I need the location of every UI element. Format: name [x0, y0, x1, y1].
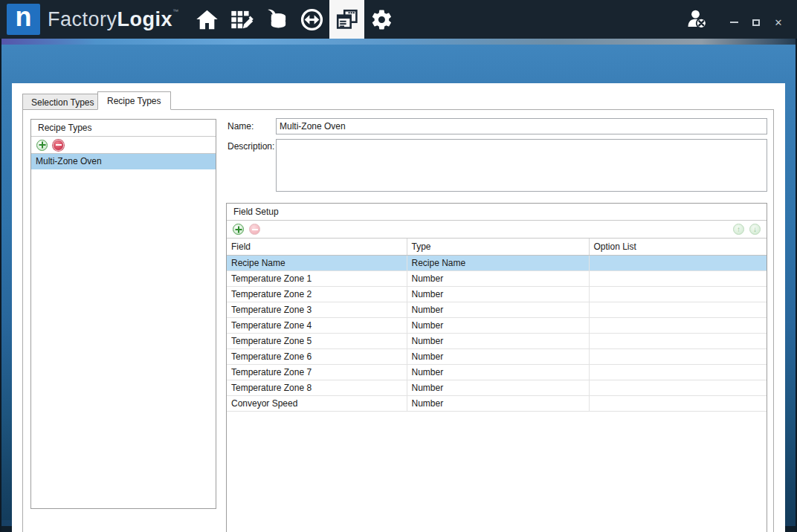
- add-recipe-type-button[interactable]: [36, 140, 48, 151]
- list-item[interactable]: Multi-Zone Oven: [31, 154, 216, 169]
- table-cell: [589, 348, 767, 364]
- settings-gear-icon[interactable]: [364, 0, 399, 39]
- table-cell: Number: [407, 317, 589, 333]
- table-cell: Conveyor Speed: [227, 395, 407, 411]
- table-cell: [589, 317, 767, 333]
- table-row[interactable]: Temperature Zone 1Number: [227, 270, 767, 286]
- minimize-button[interactable]: [726, 14, 742, 30]
- column-header-field[interactable]: Field: [227, 239, 407, 255]
- table-cell: [589, 270, 767, 286]
- field-setup-panel: Field Setup ↑ ↓ Field Type Option List: [226, 203, 767, 532]
- table-row[interactable]: Temperature Zone 4Number: [227, 317, 767, 333]
- field-table-body: Recipe NameRecipe NameTemperature Zone 1…: [227, 255, 767, 411]
- table-cell: [589, 302, 767, 317]
- recipe-types-panel-title: Recipe Types: [31, 120, 216, 137]
- table-cell: Temperature Zone 7: [227, 364, 407, 380]
- table-cell: [589, 364, 767, 380]
- tab-recipe-types[interactable]: Recipe Types: [97, 91, 171, 110]
- remove-recipe-type-button[interactable]: [53, 140, 64, 151]
- table-cell: Recipe Name: [407, 255, 589, 270]
- recipe-types-panel: Recipe Types Multi-Zone Oven: [30, 119, 216, 509]
- column-header-type[interactable]: Type: [407, 239, 589, 255]
- table-cell: Temperature Zone 1: [227, 270, 407, 286]
- table-cell: Number: [407, 286, 589, 302]
- table-row[interactable]: Temperature Zone 8Number: [227, 380, 767, 395]
- table-cell: Number: [407, 380, 589, 395]
- table-cell: Temperature Zone 3: [227, 302, 407, 317]
- table-cell: [589, 333, 767, 348]
- description-input[interactable]: [276, 139, 767, 192]
- move-field-down-button[interactable]: ↓: [749, 224, 761, 235]
- home-nav-icon[interactable]: [190, 0, 225, 39]
- name-input[interactable]: [276, 118, 767, 134]
- table-row[interactable]: Recipe NameRecipe Name: [227, 255, 767, 270]
- table-cell: Number: [407, 395, 589, 411]
- table-cell: [589, 255, 767, 270]
- field-table: Field Type Option List Recipe NameRecipe…: [227, 239, 767, 412]
- window-frame: Selection Types Recipe Types Recipe Type…: [0, 39, 797, 532]
- transfer-nav-icon[interactable]: [294, 0, 329, 39]
- table-row[interactable]: Conveyor SpeedNumber: [227, 395, 767, 411]
- table-cell: Number: [407, 348, 589, 364]
- table-cell: Temperature Zone 4: [227, 317, 407, 333]
- frame-left-edge: [0, 39, 1, 532]
- table-cell: Recipe Name: [227, 255, 407, 270]
- move-field-up-button[interactable]: ↑: [733, 224, 744, 235]
- app-logo: n: [7, 4, 40, 35]
- table-cell: Number: [407, 333, 589, 348]
- table-cell: Temperature Zone 6: [227, 348, 407, 364]
- process-editor-nav-icon[interactable]: [225, 0, 259, 39]
- table-row[interactable]: Temperature Zone 3Number: [227, 302, 767, 317]
- data-import-nav-icon[interactable]: [259, 0, 294, 39]
- add-field-button[interactable]: [233, 224, 244, 235]
- tab-selection-types[interactable]: Selection Types: [22, 94, 103, 110]
- table-cell: Number: [407, 364, 589, 380]
- recipe-types-tabpage: Recipe Types Multi-Zone Oven Name: Descr…: [22, 109, 774, 532]
- table-row[interactable]: Temperature Zone 7Number: [227, 364, 767, 380]
- documents-nav-icon[interactable]: [329, 0, 364, 39]
- frame-top-gradient: [0, 39, 797, 45]
- table-row[interactable]: Temperature Zone 6Number: [227, 348, 767, 364]
- field-table-header: Field Type Option List: [227, 239, 767, 255]
- table-cell: [589, 286, 767, 302]
- table-cell: Number: [407, 270, 589, 286]
- window-controls: ✕: [726, 14, 787, 30]
- table-cell: Temperature Zone 5: [227, 333, 407, 348]
- maximize-button[interactable]: [748, 14, 764, 30]
- user-logout-icon[interactable]: [683, 3, 712, 36]
- recipe-type-list: Multi-Zone Oven: [31, 154, 216, 169]
- brand-name: FactoryLogix™: [48, 8, 179, 31]
- field-setup-toolbar: ↑ ↓: [227, 221, 767, 239]
- main-nav: [190, 0, 399, 39]
- table-row[interactable]: Temperature Zone 2Number: [227, 286, 767, 302]
- table-row[interactable]: Temperature Zone 5Number: [227, 333, 767, 348]
- field-setup-title: Field Setup: [227, 204, 767, 221]
- column-header-option-list[interactable]: Option List: [589, 239, 767, 255]
- remove-field-button[interactable]: [249, 224, 260, 235]
- table-cell: Number: [407, 302, 589, 317]
- name-label: Name:: [228, 121, 254, 132]
- table-cell: Temperature Zone 8: [227, 380, 407, 395]
- description-label: Description:: [228, 141, 274, 152]
- content-host: Selection Types Recipe Types Recipe Type…: [12, 83, 785, 532]
- table-cell: [589, 395, 767, 411]
- close-button[interactable]: ✕: [770, 14, 787, 30]
- titlebar: n FactoryLogix™: [0, 0, 797, 39]
- table-cell: Temperature Zone 2: [227, 286, 407, 302]
- table-cell: [589, 380, 767, 395]
- recipe-types-toolbar: [31, 137, 216, 154]
